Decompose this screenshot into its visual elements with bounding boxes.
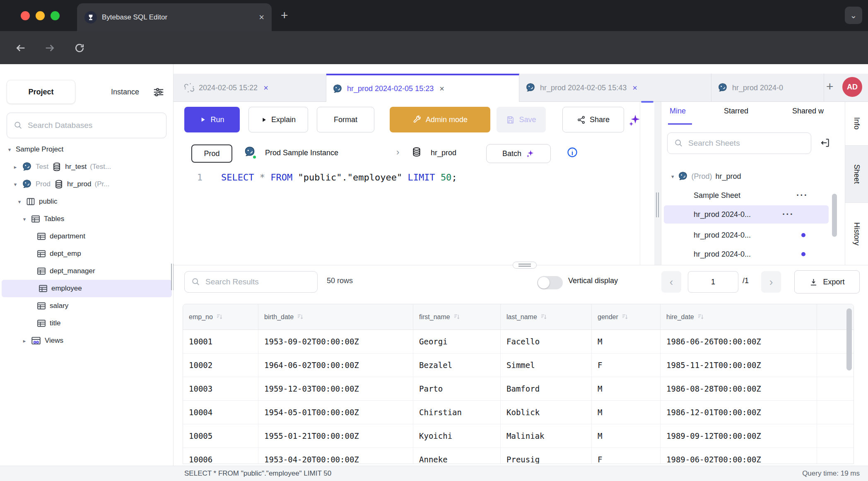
close-tab-icon[interactable]: × xyxy=(259,12,264,23)
info-icon[interactable] xyxy=(567,147,578,158)
tree-item-table-department[interactable]: department xyxy=(0,228,174,245)
close-sheet-tab-icon[interactable]: × xyxy=(439,84,444,94)
tab-mine[interactable]: Mine xyxy=(670,107,686,115)
close-sheet-tab-icon[interactable]: × xyxy=(263,83,268,93)
tree-item-table-title[interactable]: title xyxy=(0,315,174,332)
database-search[interactable] xyxy=(7,113,166,138)
chevron-down-icon[interactable]: ▾ xyxy=(22,216,27,222)
editor-scrollbar-thumb[interactable] xyxy=(641,101,653,103)
prev-page-button[interactable]: ‹ xyxy=(661,271,681,293)
admin-mode-button[interactable]: Admin mode xyxy=(390,107,490,132)
tree-item-views[interactable]: ▸ Views xyxy=(0,332,174,349)
sheet-menu-icon[interactable]: ··· xyxy=(782,212,794,216)
format-button[interactable]: Format xyxy=(317,107,374,132)
explain-button[interactable]: Explain xyxy=(248,107,308,132)
new-sheet-tab-button[interactable]: + xyxy=(826,79,834,94)
panel-splitter[interactable] xyxy=(654,102,661,265)
filter-icon[interactable] xyxy=(152,86,165,98)
tab-shared-with-me[interactable]: Shared w xyxy=(792,107,824,115)
breadcrumb-chevron-icon: › xyxy=(396,147,399,158)
sheet-menu-icon[interactable]: ··· xyxy=(796,193,808,197)
sheet-item-3[interactable]: hr_prod 2024-0... xyxy=(661,226,845,244)
tree-item-table-dept-manager[interactable]: dept_manager xyxy=(0,262,174,280)
minimize-window-button[interactable] xyxy=(36,11,45,20)
forward-icon[interactable] xyxy=(44,42,55,54)
ai-sparkles-icon[interactable] xyxy=(627,113,641,127)
run-button[interactable]: Run xyxy=(184,107,240,132)
sort-icon[interactable] xyxy=(697,313,704,320)
next-page-button[interactable]: › xyxy=(761,271,781,293)
tab-sheet[interactable]: Sheet xyxy=(845,146,868,203)
sort-icon[interactable] xyxy=(297,313,304,320)
back-icon[interactable] xyxy=(15,42,27,54)
vertical-display-toggle[interactable] xyxy=(537,276,563,289)
sheet-tab-4[interactable]: hr_prod 2024-0 xyxy=(711,74,824,102)
user-avatar[interactable]: AD xyxy=(842,77,862,97)
chevron-down-icon[interactable]: ▾ xyxy=(7,147,12,153)
column-header-last-name[interactable]: last_name xyxy=(501,304,592,329)
instance-name[interactable]: Prod Sample Instance xyxy=(265,149,338,157)
environment-badge[interactable]: Prod xyxy=(191,144,232,163)
panel-splitter-handle[interactable] xyxy=(656,192,659,217)
tab-instance[interactable]: Instance xyxy=(96,80,154,104)
page-total: /1 xyxy=(743,277,749,285)
sort-icon[interactable] xyxy=(453,313,461,320)
close-sheet-tab-icon[interactable]: × xyxy=(632,83,637,93)
tab-history[interactable]: History xyxy=(845,203,868,265)
export-button[interactable]: Export xyxy=(794,270,860,293)
close-window-button[interactable] xyxy=(21,11,30,20)
tab-search-chevron-button[interactable]: ⌄ xyxy=(845,7,862,24)
tree-item-table-dept-emp[interactable]: dept_emp xyxy=(0,245,174,262)
results-resize-handle[interactable] xyxy=(513,262,537,269)
tree-item-project[interactable]: ▾ Sample Project xyxy=(0,141,174,158)
page-input[interactable] xyxy=(688,271,738,293)
tree-item-table-salary[interactable]: salary xyxy=(0,297,174,315)
column-header-birth-date[interactable]: birth_date xyxy=(258,304,413,329)
browser-tab[interactable]: Bytebase SQL Editor × xyxy=(77,3,272,31)
sheet-search[interactable] xyxy=(667,132,811,154)
chevron-right-icon[interactable]: ▸ xyxy=(22,338,27,344)
sheet-item-sample-sheet[interactable]: Sample Sheet ··· xyxy=(661,186,845,204)
save-button[interactable]: Save xyxy=(497,107,546,132)
chevron-right-icon[interactable]: ▸ xyxy=(12,164,18,170)
column-header-gender[interactable]: gender xyxy=(592,304,661,329)
executed-query-text: SELECT * FROM "public"."employee" LIMIT … xyxy=(184,469,331,478)
tree-item-table-employee[interactable]: employee xyxy=(2,280,172,297)
reload-icon[interactable] xyxy=(74,42,85,54)
sheet-tab-2-active[interactable]: hr_prod 2024-02-05 15:23 × xyxy=(326,74,519,102)
sheet-list-scrollbar[interactable] xyxy=(832,194,837,237)
sheet-item-4[interactable]: hr_prod 2024-0... xyxy=(661,245,845,263)
database-name[interactable]: hr_prod xyxy=(431,149,456,157)
column-header-emp-no[interactable]: emp_no xyxy=(183,304,258,329)
sort-icon[interactable] xyxy=(216,313,223,320)
sheet-tab-1[interactable]: 2024-02-05 15:22 × xyxy=(178,74,326,102)
chevron-down-icon[interactable]: ▾ xyxy=(12,181,18,188)
table-scrollbar-thumb[interactable] xyxy=(846,308,852,370)
sheet-search-input[interactable] xyxy=(688,139,804,148)
results-search[interactable] xyxy=(184,271,318,293)
column-header-first-name[interactable]: first_name xyxy=(413,304,501,329)
tree-item-hr-prod[interactable]: ▾ Prod hr_prod (Pr... xyxy=(0,176,174,193)
sql-code-line[interactable]: SELECT * FROM "public"."employee" LIMIT … xyxy=(221,172,457,183)
zoom-window-button[interactable] xyxy=(51,11,60,20)
new-tab-button[interactable]: + xyxy=(281,8,288,22)
tab-project[interactable]: Project xyxy=(7,80,75,104)
batch-button[interactable]: Batch xyxy=(486,144,551,163)
sheet-group-hr-prod[interactable]: ▾ (Prod) hr_prod xyxy=(661,167,845,185)
chevron-down-icon[interactable]: ▾ xyxy=(17,199,22,205)
sheet-item-selected[interactable]: hr_prod 2024-0... ··· xyxy=(664,205,829,224)
tab-info[interactable]: Info xyxy=(845,102,868,146)
tree-item-schema-public[interactable]: ▾ public xyxy=(0,193,174,210)
sort-icon[interactable] xyxy=(540,313,547,320)
import-sheet-icon[interactable] xyxy=(820,137,830,148)
sort-icon[interactable] xyxy=(622,313,629,320)
chevron-down-icon[interactable]: ▾ xyxy=(671,173,674,180)
tree-item-tables[interactable]: ▾ Tables xyxy=(0,210,174,228)
results-search-input[interactable] xyxy=(205,277,311,286)
database-search-input[interactable] xyxy=(28,121,159,130)
share-button[interactable]: Share xyxy=(562,107,624,132)
tab-starred[interactable]: Starred xyxy=(724,107,748,115)
column-header-hire-date[interactable]: hire_date xyxy=(661,304,817,329)
sheet-tab-3[interactable]: hr_prod 2024-02-05 15:43 × xyxy=(519,74,711,102)
tree-item-hr-test[interactable]: ▸ Test hr_test (Test... xyxy=(0,158,174,176)
